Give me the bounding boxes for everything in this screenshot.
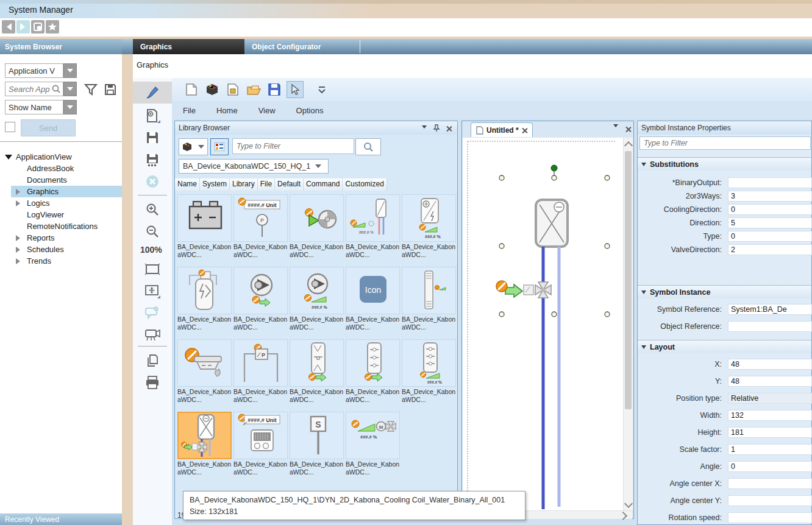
pages-icon[interactable] xyxy=(144,352,161,369)
export-document-icon[interactable] xyxy=(144,107,161,124)
menu-home[interactable]: Home xyxy=(216,106,238,115)
rotation-speed-field[interactable] xyxy=(728,512,812,523)
tree-root-applicationview[interactable]: ApplicationView xyxy=(5,151,72,163)
save-as-icon[interactable] xyxy=(144,151,161,168)
recently-viewed-header[interactable]: Recently Viewed xyxy=(0,513,122,525)
library-item[interactable]: P BA_Device_KabonaWDC... xyxy=(233,339,288,407)
filter-funnel-icon[interactable] xyxy=(84,83,98,96)
library-search-button[interactable] xyxy=(355,138,381,155)
camera-icon[interactable] xyxy=(144,326,161,344)
edit-pen-icon[interactable] xyxy=(144,84,161,101)
view-select[interactable]: Application V xyxy=(5,63,63,78)
library-item[interactable]: BA_Device_KabonaWDC... xyxy=(290,339,344,407)
library-select[interactable]: BA_Device_KabonaWDC_150_HQ_1 xyxy=(179,159,329,174)
chevron-collapsed-icon[interactable] xyxy=(16,200,23,206)
menu-options[interactable]: Options xyxy=(296,106,324,115)
tree-item-schedules[interactable]: Schedules xyxy=(16,244,64,255)
column-library[interactable]: Library xyxy=(230,178,258,191)
scale-factor-field[interactable]: 1 xyxy=(728,444,812,455)
library-item-selected[interactable]: BA_Device_KabonaWDC... xyxy=(177,412,232,480)
panel-menu-chevron-icon[interactable] xyxy=(613,127,618,136)
binaryoutput-field[interactable] xyxy=(728,177,812,188)
height-field[interactable]: 181 xyxy=(728,427,812,438)
back-button[interactable] xyxy=(2,20,15,33)
chevron-collapsed-icon[interactable] xyxy=(16,189,23,195)
chevron-collapsed-icon[interactable] xyxy=(16,247,23,253)
library-filter-input[interactable] xyxy=(232,138,354,154)
section-symbol-instance[interactable]: Symbol Instance xyxy=(638,285,811,298)
coolingdirection-field[interactable]: 0 xyxy=(728,204,812,215)
show-name-dropdown-button[interactable] xyxy=(63,100,77,115)
library-item[interactable]: ###.# % BA_Device_KabonaWDC... xyxy=(402,339,456,407)
angle-center-x-field[interactable] xyxy=(728,478,812,489)
library-item[interactable]: BA_Device_KabonaWDC... xyxy=(346,339,400,407)
tree-item-logviewer[interactable]: LogViewer xyxy=(27,209,64,220)
vertical-scroll-thumb[interactable] xyxy=(625,151,632,409)
y-field[interactable]: 48 xyxy=(728,376,812,387)
chevron-collapsed-icon[interactable] xyxy=(16,258,23,264)
library-item[interactable]: ###.# % BA_Device_KabonaWDC... xyxy=(346,194,400,262)
drawing-tab[interactable]: Untitled * xyxy=(471,122,533,137)
2or3ways-field[interactable]: 3 xyxy=(728,191,812,202)
library-item[interactable]: ####.# Unit BA_Device_KabonaWDC... xyxy=(233,412,288,480)
search-dropdown-button[interactable] xyxy=(63,82,77,96)
library-item[interactable]: BA_Device_KabonaWDC... xyxy=(177,194,232,262)
library-item[interactable]: BA_Device_KabonaWDC... xyxy=(402,267,456,335)
column-default[interactable]: Default xyxy=(275,178,304,191)
chevron-collapsed-icon[interactable] xyxy=(16,235,23,241)
fit-view-icon[interactable] xyxy=(144,261,161,278)
menu-view[interactable]: View xyxy=(258,106,276,115)
package-icon[interactable] xyxy=(204,81,221,98)
toolbar-overflow-icon[interactable] xyxy=(313,81,330,98)
favorites-button[interactable] xyxy=(46,20,59,33)
library-item[interactable]: S BA_Device_KabonaWDC... xyxy=(290,412,344,480)
save-filter-icon[interactable] xyxy=(104,83,117,96)
scroll-down-icon[interactable] xyxy=(624,499,633,508)
forward-button[interactable] xyxy=(16,20,30,33)
chevron-expanded-icon[interactable] xyxy=(5,155,12,163)
tree-item-addressbook[interactable]: AddressBook xyxy=(27,163,74,174)
vertical-scrollbar[interactable] xyxy=(623,138,633,510)
library-item[interactable]: ###.# % BA_Device_KabonaWDC... xyxy=(290,267,344,335)
tree-item-trends[interactable]: Trends xyxy=(16,255,51,267)
view-mode-button[interactable] xyxy=(210,138,229,155)
library-item[interactable]: ###.# % BA_Device_KabonaWDC... xyxy=(402,194,456,262)
angle-center-y-field[interactable] xyxy=(728,495,812,506)
pin-icon[interactable] xyxy=(432,124,441,132)
tree-item-logics[interactable]: Logics xyxy=(16,197,50,209)
section-substitutions[interactable]: Substitutions xyxy=(638,157,811,171)
library-item[interactable]: Icon BA_Device_KabonaWDC... xyxy=(346,267,400,335)
template-document-icon[interactable] xyxy=(224,81,241,98)
properties-filter-input[interactable] xyxy=(639,136,811,150)
type-field[interactable]: 0 xyxy=(728,231,812,242)
open-folder-icon[interactable] xyxy=(245,81,262,98)
direction-field[interactable]: 5 xyxy=(728,217,812,228)
history-button[interactable] xyxy=(31,20,45,33)
tree-item-remotenotifications[interactable]: RemoteNotifications xyxy=(27,220,98,232)
valvedirection-field[interactable]: 2 xyxy=(728,244,812,255)
angle-field[interactable]: 0 xyxy=(728,461,812,472)
send-checkbox[interactable] xyxy=(5,122,15,132)
zoom-level-label[interactable]: 100% xyxy=(140,245,162,255)
library-item[interactable]: ####.# UnitP BA_Device_KabonaWDC... xyxy=(233,194,288,262)
symbol-reference-field[interactable]: System1:BA_De xyxy=(728,304,812,315)
library-type-select[interactable] xyxy=(179,138,208,155)
tab-graphics[interactable]: Graphics xyxy=(133,39,244,54)
x-field[interactable]: 48 xyxy=(728,359,812,370)
new-document-icon[interactable] xyxy=(183,81,200,98)
select-cursor-icon[interactable] xyxy=(287,81,304,98)
position-type-field[interactable]: Relative xyxy=(728,393,812,404)
save-icon[interactable] xyxy=(144,129,161,146)
tree-item-reports[interactable]: Reports xyxy=(16,232,55,244)
zoom-in-icon[interactable] xyxy=(144,201,161,218)
column-name[interactable]: Name xyxy=(175,178,200,191)
tree-item-documents[interactable]: Documents xyxy=(27,174,67,186)
save-file-icon[interactable] xyxy=(266,81,283,98)
scroll-up-icon[interactable] xyxy=(624,141,633,150)
pan-view-icon[interactable] xyxy=(144,283,161,300)
column-system[interactable]: System xyxy=(200,178,230,191)
library-item[interactable]: BA_Device_KabonaWDC... xyxy=(290,194,344,262)
object-reference-field[interactable] xyxy=(728,321,812,332)
send-button[interactable]: Send xyxy=(21,119,76,136)
panel-menu-chevron-icon[interactable] xyxy=(419,124,429,132)
